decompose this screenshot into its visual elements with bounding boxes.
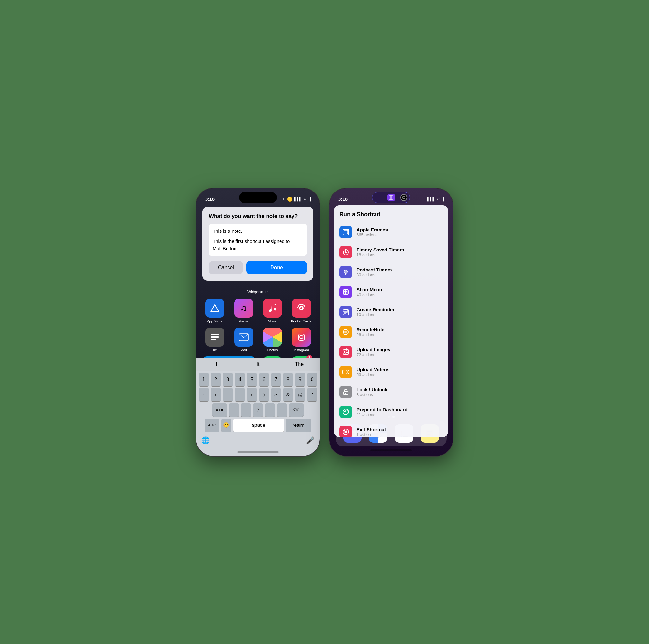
app-grid-row2: lire Mail Photos — [203, 328, 313, 352]
suggestion-i[interactable]: I — [196, 360, 237, 368]
suggestion-the[interactable]: The — [279, 360, 320, 368]
key-exclaim[interactable]: ! — [265, 403, 275, 417]
shortcut-timery[interactable]: Timery Saved Timers 18 actions — [334, 242, 448, 262]
key-period[interactable]: . — [229, 403, 239, 417]
app-pocketcasts-label: Pocket Casts — [291, 319, 311, 323]
key-apostrophe[interactable]: ' — [277, 403, 287, 417]
shortcut-podcast-name: Podcast Timers — [356, 267, 443, 272]
shortcut-remotenote[interactable]: RemoteNote 28 actions — [334, 322, 448, 342]
shortcut-upload-images[interactable]: Upload Images 72 actions — [334, 342, 448, 362]
shortcut-sharemenu[interactable]: ShareMenu 40 actions — [334, 282, 448, 302]
shortcut-exit[interactable]: Exit Shortcut 1 action — [334, 422, 448, 437]
key-comma[interactable]: , — [241, 403, 251, 417]
cancel-button[interactable]: Cancel — [209, 261, 243, 274]
app-appstore[interactable]: App Store — [203, 299, 227, 323]
app-music[interactable]: Music — [260, 299, 285, 323]
app-lire-label: lire — [212, 348, 217, 352]
shortcut-create-reminder[interactable]: Create Reminder 10 actions — [334, 302, 448, 322]
app-mail[interactable]: Mail — [231, 328, 256, 352]
home-bar-right — [371, 449, 412, 451]
shortcut-remotenote-actions: 28 actions — [356, 332, 443, 337]
svg-rect-4 — [211, 336, 219, 338]
kb-row-numbers: 1 2 3 4 5 6 7 8 9 0 — [197, 373, 319, 386]
key-7[interactable]: 7 — [271, 373, 281, 386]
key-emoji[interactable]: 😊 — [221, 418, 231, 432]
text-cursor — [238, 246, 238, 251]
key-rparen[interactable]: ) — [259, 388, 269, 401]
shortcut-dashboard-name: Prepend to Dashboard — [356, 407, 443, 412]
sheet-title: Run a Shortcut — [334, 211, 448, 222]
app-marvis-label: Marvis — [238, 319, 249, 323]
key-question[interactable]: ? — [253, 403, 263, 417]
mic-icon[interactable]: 🎤 — [306, 436, 315, 445]
svg-rect-5 — [211, 339, 216, 340]
svg-point-38 — [345, 393, 346, 394]
app-instagram-icon — [292, 328, 311, 347]
shortcut-remotenote-icon — [339, 326, 352, 338]
app-marvis[interactable]: ♫ Marvis — [231, 299, 256, 323]
key-dash[interactable]: - — [199, 388, 209, 401]
key-3[interactable]: 3 — [223, 373, 233, 386]
key-5[interactable]: 5 — [247, 373, 257, 386]
delete-key[interactable]: ⌫ — [289, 403, 304, 417]
app-photos[interactable]: Photos — [260, 328, 285, 352]
key-9[interactable]: 9 — [295, 373, 305, 386]
app-marvis-icon: ♫ — [234, 299, 253, 318]
note-dialog: What do you want the note to say? This i… — [203, 207, 313, 281]
shortcut-dashboard-icon — [339, 406, 352, 418]
key-1[interactable]: 1 — [199, 373, 209, 386]
app-mail-label: Mail — [240, 348, 247, 352]
space-key[interactable]: space — [233, 418, 284, 432]
done-button[interactable]: Done — [246, 261, 307, 274]
svg-point-43 — [347, 413, 348, 414]
globe-icon[interactable]: 🌐 — [201, 436, 210, 445]
shortcut-lock-unlock[interactable]: Lock / Unlock 3 actions — [334, 382, 448, 402]
keyboard-rows: 1 2 3 4 5 6 7 8 9 0 - — [196, 371, 320, 435]
return-key[interactable]: return — [286, 418, 311, 432]
svg-point-40 — [344, 410, 344, 411]
shortcut-apple-frames-actions: 665 actions — [356, 232, 443, 237]
shortcut-prepend-dashboard[interactable]: Prepend to Dashboard 41 actions — [334, 402, 448, 422]
key-6[interactable]: 6 — [259, 373, 269, 386]
app-instagram-label: Instagram — [294, 348, 309, 352]
svg-point-2 — [300, 307, 302, 309]
shortcut-exit-info: Exit Shortcut 1 action — [356, 427, 443, 437]
key-4[interactable]: 4 — [235, 373, 245, 386]
key-lparen[interactable]: ( — [247, 388, 257, 401]
key-abc[interactable]: ABC — [205, 418, 219, 432]
key-semicolon[interactable]: ; — [235, 388, 245, 401]
key-amp[interactable]: & — [283, 388, 293, 401]
app-instagram[interactable]: Instagram — [289, 328, 313, 352]
shortcut-apple-frames-name: Apple Frames — [356, 227, 443, 232]
dialog-textarea[interactable]: This is a note. This is the first shortc… — [209, 224, 307, 256]
shortcut-dashboard-actions: 41 actions — [356, 412, 443, 417]
app-lire[interactable]: lire — [203, 328, 227, 352]
app-pocketcasts[interactable]: Pocket Casts — [289, 299, 313, 323]
key-colon[interactable]: : — [223, 388, 233, 401]
key-quote[interactable]: " — [307, 388, 317, 401]
kb-row-bottom: ABC 😊 space return — [197, 418, 319, 432]
suggestion-it[interactable]: It — [237, 360, 278, 368]
home-indicator-left — [196, 448, 320, 456]
home-indicator-right — [329, 446, 453, 454]
kb-row-icons: 🌐 🎤 — [196, 435, 320, 446]
key-symbols-switch[interactable]: #+= — [212, 403, 227, 417]
key-2[interactable]: 2 — [211, 373, 221, 386]
shortcut-upload-images-actions: 72 actions — [356, 352, 443, 357]
svg-rect-36 — [343, 370, 347, 374]
key-dollar[interactable]: $ — [271, 388, 281, 401]
key-slash[interactable]: / — [211, 388, 221, 401]
shortcut-upload-videos-icon — [339, 366, 352, 378]
key-at[interactable]: @ — [295, 388, 305, 401]
shortcut-lock-actions: 3 actions — [356, 392, 443, 397]
shortcut-remotenote-info: RemoteNote 28 actions — [356, 327, 443, 337]
shortcut-upload-videos[interactable]: Upload Videos 53 actions — [334, 362, 448, 382]
key-0[interactable]: 0 — [307, 373, 317, 386]
shortcut-upload-images-name: Upload Images — [356, 347, 443, 352]
shortcut-apple-frames[interactable]: Apple Frames 665 actions — [334, 222, 448, 242]
notes-icon: 🟡 — [287, 197, 293, 202]
shortcut-reminder-info: Create Reminder 10 actions — [356, 307, 443, 317]
key-8[interactable]: 8 — [283, 373, 293, 386]
shortcut-podcast-timers[interactable]: Podcast Timers 30 actions — [334, 262, 448, 282]
svg-rect-25 — [343, 310, 349, 315]
